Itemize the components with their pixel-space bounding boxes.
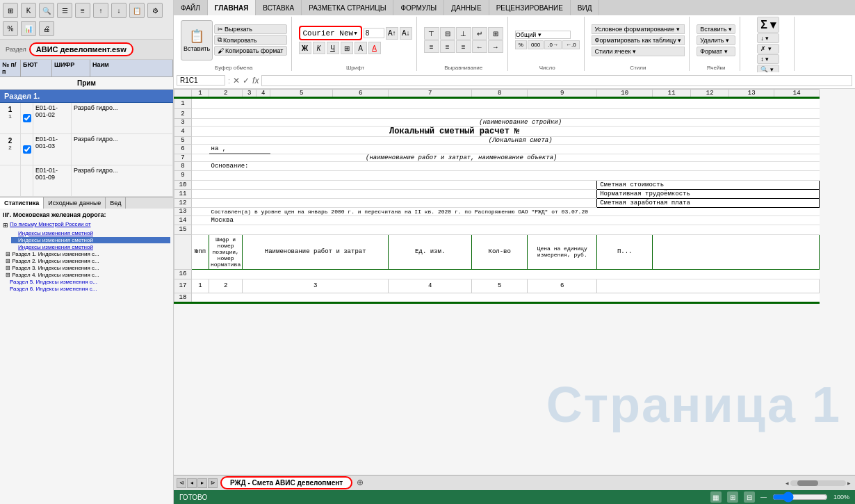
cell-5-empty[interactable] xyxy=(192,137,389,145)
tree-razdel-5[interactable]: Раздел 5. Индексы изменения о... xyxy=(3,279,170,285)
cell-8-right[interactable] xyxy=(333,161,820,170)
cell-3-empty[interactable] xyxy=(192,119,389,127)
copy-button[interactable]: ⧉ Копировать xyxy=(214,35,287,45)
cell-17-1[interactable]: 1 xyxy=(192,279,209,293)
tab-ved[interactable]: Вед xyxy=(106,197,126,209)
cell-17-4[interactable]: 4 xyxy=(389,279,472,293)
cell-12-empty[interactable] xyxy=(192,198,597,207)
tree-link-minstroy[interactable]: По письму Минстрой России от xyxy=(10,221,91,227)
wrap-text-btn[interactable]: ↵ xyxy=(472,27,487,40)
cell-reference-input[interactable] xyxy=(177,75,225,86)
underline-btn[interactable]: Ч xyxy=(327,42,339,54)
nav-first-btn[interactable]: ⊲ xyxy=(177,478,186,488)
cell-17-rest[interactable] xyxy=(597,279,820,293)
toolbar-btn-6[interactable]: ↑ xyxy=(93,3,108,18)
horizontal-scrollbar[interactable] xyxy=(790,480,846,486)
cell-15-empty[interactable] xyxy=(192,225,820,234)
tree-razdel-4[interactable]: ⊞ Раздел 4. Индексы изменения с... xyxy=(3,272,170,278)
scroll-right-icon[interactable]: ▸ xyxy=(847,480,851,487)
font-dropdown-icon[interactable]: ▾ xyxy=(353,29,358,38)
toolbar-btn-5[interactable]: ≡ xyxy=(75,3,90,18)
header-cell-npp[interactable]: №пп xyxy=(192,234,209,269)
cell-11-empty[interactable] xyxy=(192,189,597,198)
border-btn[interactable]: ⊞ xyxy=(341,42,353,54)
format-cell-btn[interactable]: Формат ▾ xyxy=(697,47,735,56)
tree-item-1[interactable]: Индексы изменения сметной xyxy=(11,237,170,243)
conditional-format-btn[interactable]: Условное форматирование ▾ xyxy=(592,24,685,34)
cell-6-na[interactable]: на , xyxy=(209,145,270,154)
tree-razdel-3[interactable]: ⊞ Раздел 3. Индексы изменения с... xyxy=(3,265,170,271)
cell-7-work-name[interactable]: (наименование работ и затрат, наименован… xyxy=(270,154,653,161)
font-size-decrease-btn[interactable]: A↓ xyxy=(400,27,412,40)
confirm-formula-icon[interactable]: ✓ xyxy=(243,76,250,86)
number-format-select[interactable]: Общий ▾ xyxy=(515,31,571,39)
file-title-badge[interactable]: АВИС девелопмент.esw xyxy=(29,42,133,56)
tab-isxodnye[interactable]: Исходные данные xyxy=(44,197,106,209)
toolbar-btn-11[interactable]: 📊 xyxy=(21,21,36,36)
sort-btn[interactable]: ↕ ▾ xyxy=(757,54,779,64)
cell-13-empty[interactable] xyxy=(192,207,209,216)
cell-17-6[interactable]: 6 xyxy=(528,279,597,293)
insert-function-icon[interactable]: fx xyxy=(252,76,259,86)
cell-8-osnov[interactable]: Основание: xyxy=(209,161,333,170)
toolbar-btn-12[interactable]: 🖨 xyxy=(39,21,54,36)
cell-17-2[interactable]: 2 xyxy=(209,279,243,293)
font-color-btn[interactable]: A xyxy=(368,42,381,54)
paste-button[interactable]: 📋 Вставить xyxy=(181,20,213,60)
align-center-btn[interactable]: ≡ xyxy=(440,40,455,53)
cell-3-right[interactable] xyxy=(653,119,820,127)
tree-item-2[interactable]: Индексы изменения сметной xyxy=(11,244,170,250)
cell-18-empty[interactable] xyxy=(192,293,820,302)
italic-btn[interactable]: К xyxy=(313,42,325,54)
font-size-input[interactable]: 8 xyxy=(364,28,384,38)
align-middle-btn[interactable]: ⊟ xyxy=(440,27,455,40)
comma-btn[interactable]: 000 xyxy=(528,40,544,49)
merge-btn[interactable]: ⊞ xyxy=(488,27,503,40)
tree-item-0[interactable]: Индексы изменения сметной xyxy=(11,230,170,236)
cell-9-empty[interactable] xyxy=(192,170,820,180)
tab-statistika[interactable]: Статистика xyxy=(0,197,44,209)
cell-10-smeta-stoimost[interactable]: Сметная стоимость xyxy=(597,180,820,189)
toolbar-btn-9[interactable]: ⚙ xyxy=(147,3,163,18)
row-checkbox-1[interactable] xyxy=(23,114,31,122)
percent-btn[interactable]: % xyxy=(515,40,527,49)
add-sheet-btn[interactable]: ⊕ xyxy=(352,476,368,489)
align-top-btn[interactable]: ⊤ xyxy=(424,27,439,40)
cell-10-empty[interactable] xyxy=(192,180,597,189)
indent-inc-btn[interactable]: → xyxy=(488,40,503,53)
cell-7-empty[interactable] xyxy=(192,154,270,161)
bold-btn[interactable]: Ж xyxy=(299,42,311,54)
header-cell-p[interactable]: П... xyxy=(597,234,653,269)
sheet-tab-rzd[interactable]: РЖД - Смета АВИС девелопмент xyxy=(220,476,352,489)
cancel-formula-icon[interactable]: ✕ xyxy=(233,76,240,86)
cell-4-title[interactable]: Локальный сметный расчет № xyxy=(256,127,653,137)
tree-razdel-6[interactable]: Раздел 6. Индексы изменения с... xyxy=(3,286,170,292)
ribbon-tab-insert[interactable]: ВСТАВКА xyxy=(256,0,302,15)
cell-12-zarplata[interactable]: Сметная заработная плата xyxy=(597,198,820,207)
zoom-slider[interactable] xyxy=(772,491,828,503)
align-right-btn[interactable]: ≡ xyxy=(456,40,471,53)
header-cell-edizm[interactable]: Ед. изм. xyxy=(389,234,472,269)
fill-color-btn[interactable]: A xyxy=(355,42,367,54)
format-copy-button[interactable]: 🖌 Копировать формат xyxy=(214,46,287,56)
increase-decimal-btn[interactable]: .0→ xyxy=(544,40,562,49)
cell-11-trud[interactable]: Нормативная трудоёмкость xyxy=(597,189,820,198)
align-bottom-btn[interactable]: ⊥ xyxy=(456,27,471,40)
insert-cell-btn[interactable]: Вставить ▾ xyxy=(697,24,735,34)
ribbon-tab-home[interactable]: ГЛАВНАЯ xyxy=(208,0,256,15)
cell-17-3[interactable]: 3 xyxy=(243,279,389,293)
normal-view-btn[interactable]: ▦ xyxy=(710,491,722,503)
cell-16-empty[interactable] xyxy=(192,269,820,279)
toolbar-btn-10[interactable]: % xyxy=(3,21,18,36)
toolbar-btn-1[interactable]: ⊞ xyxy=(3,3,18,18)
cell-6-rest[interactable] xyxy=(270,145,820,154)
ribbon-tab-data[interactable]: ДАННЫЕ xyxy=(444,0,489,15)
cell-8-empty[interactable] xyxy=(192,161,209,170)
page-break-view-btn[interactable]: ⊟ xyxy=(744,491,755,503)
cell-14-empty1[interactable] xyxy=(192,216,209,225)
decrease-decimal-btn[interactable]: ←.0 xyxy=(562,40,580,49)
checkbox-cell-1[interactable] xyxy=(21,103,33,133)
tree-razdel-1[interactable]: ⊞ Раздел 1. Индексы изменения с... xyxy=(3,251,170,257)
page-layout-view-btn[interactable]: ⊞ xyxy=(727,491,738,503)
checkbox-cell-2[interactable] xyxy=(21,134,33,165)
